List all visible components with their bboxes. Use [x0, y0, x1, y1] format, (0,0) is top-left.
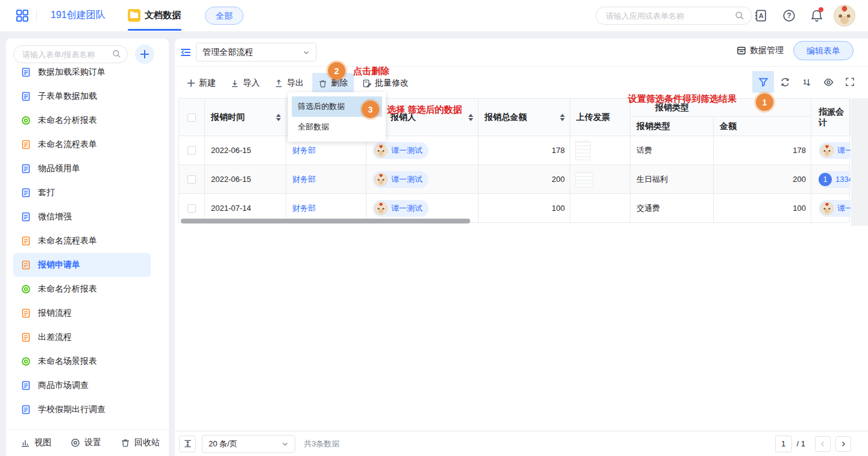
fullscreen-icon[interactable]	[839, 71, 861, 93]
sidebar-item-物品领用单[interactable]: 物品领用单	[13, 157, 151, 181]
row-checkbox[interactable]	[187, 146, 196, 155]
dept-link[interactable]: 财务部	[292, 203, 316, 214]
col-header-total[interactable]: 报销总金额	[479, 99, 570, 136]
collapse-sidebar-icon[interactable]	[180, 48, 191, 57]
chart-icon	[20, 438, 30, 448]
sort-arrows-icon[interactable]	[560, 114, 565, 121]
address-book-icon[interactable]: A	[754, 9, 767, 22]
data-manage-icon	[737, 46, 746, 55]
col-header-accountant[interactable]: 指派会计	[811, 99, 851, 136]
settings-button[interactable]: 设置	[71, 437, 101, 448]
views-button[interactable]: 视图	[20, 437, 51, 448]
edit-form-button[interactable]: 编辑表单	[793, 41, 854, 60]
team-name[interactable]: 191创建团队	[51, 9, 105, 22]
sidebar-item[interactable]	[13, 422, 151, 429]
import-button[interactable]: 导入	[224, 73, 266, 93]
recycle-bin-button[interactable]: 回收站	[121, 437, 160, 448]
sidebar-item-未命名分析报表[interactable]: 未命名分析报表	[13, 277, 151, 301]
sidebar-search[interactable]	[13, 45, 128, 63]
import-icon	[230, 79, 239, 88]
select-all-checkbox[interactable]	[187, 113, 196, 122]
sidebar-item-子表单数据加载[interactable]: 子表单数据加载	[13, 84, 151, 108]
table-row[interactable]: 2022-06-15 财务部 谭一测试 200 生日福利 200 1 1334	[179, 165, 849, 194]
prev-page-button[interactable]	[815, 436, 831, 452]
invoice-thumbnail[interactable]	[575, 172, 593, 187]
sidebar-item-报销申请单[interactable]: 报销申请单	[13, 253, 151, 277]
col-header-invoice[interactable]: 上传发票	[570, 99, 631, 136]
sidebar-item-学校假期出行调查[interactable]: 学校假期出行调查	[13, 398, 151, 422]
invoice-thumbnail[interactable]	[575, 141, 591, 160]
sidebar-search-input[interactable]	[22, 46, 107, 63]
person-pill[interactable]: 谭一测试	[373, 142, 429, 159]
cell-invoice	[570, 194, 631, 222]
new-button[interactable]: 新建	[181, 73, 222, 93]
row-checkbox[interactable]	[187, 175, 196, 184]
app-name[interactable]: 文档数据	[145, 10, 181, 21]
form-blue-icon	[21, 92, 31, 101]
next-page-button[interactable]	[835, 436, 851, 452]
table-row[interactable]: 2022-06-15 财务部 谭一测试 178 话费 178 谭一	[179, 136, 849, 165]
tab-all[interactable]: 全部	[205, 7, 244, 25]
cell-amount: 200	[714, 165, 811, 193]
person-pill[interactable]: 谭一测试	[373, 171, 429, 188]
export-button[interactable]: 导出	[268, 73, 310, 93]
global-search-input[interactable]	[606, 7, 729, 24]
sidebar-item-未命名流程表单[interactable]: 未命名流程表单	[13, 229, 151, 253]
sort-icon[interactable]: 1	[796, 71, 817, 93]
user-avatar[interactable]	[834, 5, 855, 27]
sidebar-item-未命名分析报表[interactable]: 未命名分析报表	[13, 108, 151, 133]
page-input[interactable]: 1	[775, 436, 792, 452]
form-orange-icon	[21, 308, 31, 318]
sidebar-item-未命名场景报表[interactable]: 未命名场景报表	[13, 349, 151, 373]
person-pill[interactable]: 谭一测试	[373, 200, 429, 217]
cell-date: 2021-07-14	[205, 194, 286, 222]
page-size-select[interactable]: 20 条/页	[202, 435, 295, 453]
cell-type: 交通费	[631, 194, 714, 222]
sidebar-item-套打[interactable]: 套打	[13, 181, 151, 205]
sidebar-item-未命名流程表单[interactable]: 未命名流程表单	[13, 133, 151, 157]
search-icon[interactable]	[735, 11, 744, 20]
accountant-pill[interactable]: 谭一	[819, 200, 851, 217]
col-header-amount[interactable]: 金额	[714, 117, 811, 136]
cell-type: 话费	[631, 136, 714, 164]
form-blue-icon	[21, 381, 31, 390]
row-height-button[interactable]	[179, 436, 196, 452]
sidebar-item-商品市场调查[interactable]: 商品市场调查	[13, 373, 151, 398]
sidebar-item-数据加载采购订单[interactable]: 数据加载采购订单	[13, 67, 151, 84]
row-height-icon	[183, 439, 192, 448]
delete-menu-option-all[interactable]: 全部数据	[292, 117, 382, 137]
cell-total: 178	[479, 136, 570, 164]
accountant-pill[interactable]: 1 1334	[819, 171, 851, 188]
horizontal-scrollbar[interactable]	[181, 219, 470, 223]
app-folder-icon	[128, 9, 140, 22]
form-orange-icon	[21, 140, 31, 149]
sort-arrows-icon[interactable]	[276, 114, 281, 121]
avatar	[820, 202, 834, 215]
data-manage-button[interactable]: 数据管理	[737, 45, 784, 56]
sidebar-item-出差流程[interactable]: 出差流程	[13, 325, 151, 349]
accountant-pill[interactable]: 谭一	[819, 142, 851, 159]
filter-icon[interactable]	[752, 71, 774, 93]
row-checkbox[interactable]	[187, 204, 196, 213]
dept-link[interactable]: 财务部	[292, 174, 316, 185]
global-search[interactable]	[596, 7, 752, 25]
col-header-date[interactable]: 报销时间	[205, 99, 286, 136]
cell-invoice	[570, 136, 631, 164]
process-view-select[interactable]: 管理全部流程	[196, 43, 316, 61]
dept-link[interactable]: 财务部	[292, 145, 316, 156]
annotation-step-2: 点击删除	[353, 66, 389, 77]
refresh-icon[interactable]	[774, 71, 796, 93]
col-header-type[interactable]: 报销类型	[631, 117, 714, 136]
help-icon[interactable]: ?	[782, 9, 796, 22]
sidebar-item-报销流程[interactable]: 报销流程	[13, 301, 151, 325]
sidebar-item-微信增强[interactable]: 微信增强	[13, 205, 151, 229]
visibility-icon[interactable]	[817, 71, 839, 93]
avatar	[374, 173, 388, 186]
add-form-button[interactable]	[135, 45, 154, 64]
cell-total: 200	[479, 165, 570, 193]
search-icon	[112, 49, 121, 58]
trash-icon	[121, 438, 130, 448]
apps-grid-icon[interactable]	[16, 9, 29, 22]
form-orange-icon	[21, 260, 31, 270]
sort-arrows-icon[interactable]	[468, 114, 473, 121]
